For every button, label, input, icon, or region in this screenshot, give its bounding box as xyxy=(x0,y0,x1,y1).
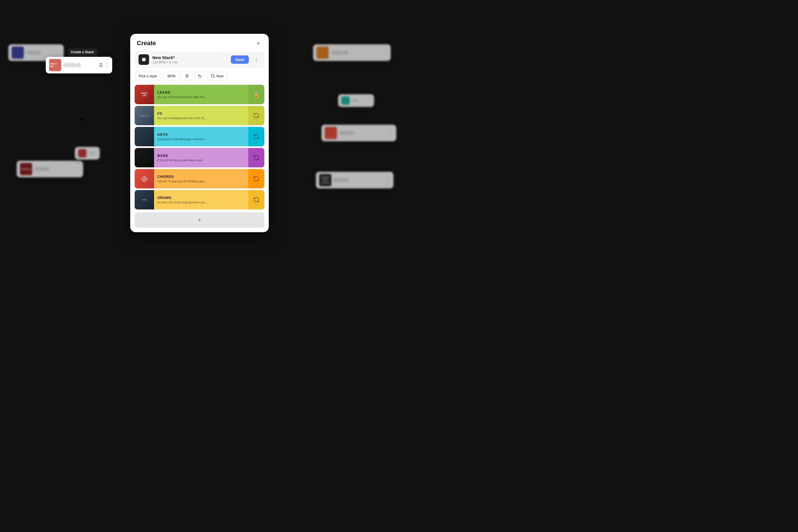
track-label-keys: KEYS xyxy=(157,132,245,137)
modal-header: Create × xyxy=(130,34,269,52)
create-modal: Create × New Stack* 124 BPM • D min Save… xyxy=(130,34,269,232)
back-button[interactable] xyxy=(194,72,205,80)
refresh-icon-bass xyxy=(253,155,259,161)
track-leads[interactable]: SWEETLIES LEADS 91v slu 124 vocal hook i… xyxy=(135,85,264,104)
refresh-icon-drums xyxy=(253,197,259,203)
svg-point-4 xyxy=(186,75,187,75)
modal-overlay: Create × New Stack* 124 BPM • D min Save… xyxy=(0,0,399,266)
tooltip-create-stack: Create a Stack xyxy=(68,49,97,56)
toolbar-row: Pick a style BPM New xyxy=(130,72,269,85)
track-drums[interactable]: NEON DRUMS ts neon 118 drum loop grooves… xyxy=(135,190,264,209)
lock-icon: 🔒 xyxy=(253,91,260,98)
add-track-button[interactable]: + xyxy=(135,212,264,228)
track-list: SWEETLIES LEADS 91v slu 124 vocal hook i… xyxy=(130,85,269,209)
stop-icon xyxy=(141,57,146,62)
track-action-keys[interactable] xyxy=(248,127,264,146)
track-thumb-bass xyxy=(135,148,154,167)
track-label-bass: BASS xyxy=(157,153,245,158)
refresh-icon-fx xyxy=(253,113,259,119)
bpm-button[interactable]: BPM xyxy=(164,72,179,80)
track-main-keys: KEYS soulsurplus foundfootage melodic l.… xyxy=(154,127,248,146)
track-main-leads: LEADS 91v slu 124 vocal hook im right he… xyxy=(154,85,248,104)
track-main-drums: DRUMS ts neon 118 drum loop grooves nyc.… xyxy=(154,190,248,209)
track-action-leads[interactable]: 🔒 xyxy=(248,85,264,104)
save-button[interactable]: Save xyxy=(231,55,249,64)
track-thumb-leads: SWEETLIES xyxy=(135,85,154,104)
track-thumb-keys xyxy=(135,127,154,146)
track-bass[interactable]: BASS ff fst 127 kit loop crude bass cmin xyxy=(135,148,264,167)
track-chords[interactable]: FMSOUNDBOX CHORDS mb fsb 75 pad loop fm … xyxy=(135,169,264,188)
svg-point-6 xyxy=(186,77,187,78)
track-fx[interactable]: ICED OUT FX rku iog fx background loop c… xyxy=(135,106,264,125)
track-desc-leads: 91v slu 124 vocal hook im right her... xyxy=(157,95,245,99)
stack-icon xyxy=(138,54,149,65)
new-button[interactable]: New xyxy=(207,72,227,80)
track-desc-bass: ff fst 127 kit loop crude bass cmin xyxy=(157,158,245,162)
stack-info-bar: New Stack* 124 BPM • D min Save ⋮ xyxy=(135,52,264,68)
svg-rect-0 xyxy=(142,58,146,61)
track-action-bass[interactable] xyxy=(248,148,264,167)
stack-name: New Stack* xyxy=(152,55,227,60)
track-main-chords: CHORDS mb fsb 75 pad loop fm floating sp… xyxy=(154,169,248,188)
filter-button[interactable] xyxy=(182,72,192,80)
track-label-chords: CHORDS xyxy=(157,174,245,179)
stack-meta: New Stack* 124 BPM • D min xyxy=(152,55,227,64)
track-action-drums[interactable] xyxy=(248,190,264,209)
stack-more-button[interactable]: ⋮ xyxy=(252,55,261,64)
undo-icon xyxy=(197,74,202,78)
modal-title: Create xyxy=(137,40,156,47)
refresh-icon-chords xyxy=(253,176,259,182)
svg-point-5 xyxy=(187,76,188,76)
track-main-bass: BASS ff fst 127 kit loop crude bass cmin xyxy=(154,148,248,167)
refresh-icon-toolbar xyxy=(211,74,215,78)
track-thumb-drums: NEON xyxy=(135,190,154,209)
track-thumb-chords: FMSOUNDBOX xyxy=(135,169,154,188)
pick-style-button[interactable]: Pick a style xyxy=(135,72,161,80)
track-desc-keys: soulsurplus foundfootage melodic l... xyxy=(157,137,245,141)
track-label-fx: FX xyxy=(157,111,245,116)
sliders-icon xyxy=(185,74,189,78)
stack-bpm: 124 BPM • D min xyxy=(152,60,227,64)
track-keys[interactable]: KEYS soulsurplus foundfootage melodic l.… xyxy=(135,127,264,146)
track-thumb-fx: ICED OUT xyxy=(135,106,154,125)
track-desc-fx: rku iog fx background loop cord 16... xyxy=(157,116,245,120)
track-label-leads: LEADS xyxy=(157,90,245,94)
track-action-fx[interactable] xyxy=(248,106,264,125)
close-button[interactable]: × xyxy=(254,39,262,47)
refresh-icon-keys xyxy=(253,134,259,140)
track-action-chords[interactable] xyxy=(248,169,264,188)
track-main-fx: FX rku iog fx background loop cord 16... xyxy=(154,106,248,125)
track-label-drums: DRUMS xyxy=(157,196,245,200)
track-desc-drums: ts neon 118 drum loop grooves nyc... xyxy=(157,201,245,204)
track-desc-chords: mb fsb 75 pad loop fm floating spa... xyxy=(157,179,245,183)
